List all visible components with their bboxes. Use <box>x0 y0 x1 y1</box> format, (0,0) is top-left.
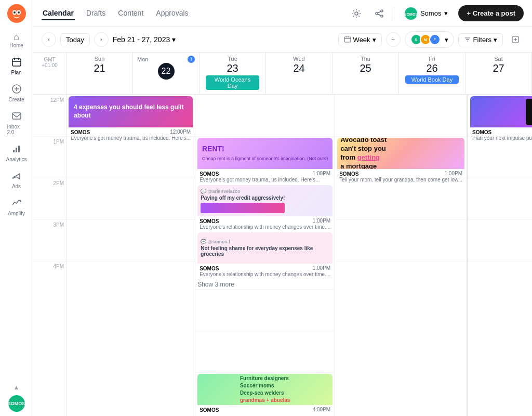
event-thumb-credit: 💬 @arienvelazco Paying off my credit agg… <box>197 185 332 216</box>
event-brand: SOMOS <box>200 171 219 177</box>
week-view-selector[interactable]: Week ▾ <box>338 33 382 46</box>
event-thumb-sun-12: 4 expenses you should feel less guilt ab… <box>69 96 193 127</box>
sidebar-bottom: ▲ SOMOS <box>8 384 25 412</box>
ads-icon <box>11 171 22 183</box>
event-brand: SOMOS <box>339 171 358 177</box>
event-info-rent: SOMOS 1:00PM Everyone's got money trauma… <box>197 169 332 184</box>
date-range-selector[interactable]: Feb 21 - 27, 2023 ▾ <box>113 35 176 44</box>
svg-rect-5 <box>12 59 21 66</box>
event-brand: SOMOS <box>200 407 219 413</box>
sidebar-collapse-icon[interactable]: ▲ <box>14 384 20 391</box>
today-button[interactable]: Today <box>60 33 90 46</box>
event-thumb-avocado: Avocado toastcan't stop youfrom gettinga… <box>337 138 464 169</box>
day-header-sat: Sat 27 <box>466 53 532 94</box>
share-button[interactable] <box>371 5 388 22</box>
event-mon-1pm-c[interactable]: 💬 @somos.f Not feeling shame for everyda… <box>197 232 332 279</box>
user-menu[interactable]: SOMOS Somos ▾ <box>401 5 452 22</box>
day-col-fri: 📱 SOMOS 12:00PM Plan your next impulse p… <box>468 95 532 416</box>
mon-4pm-cell: Furniture designersSoccer momsDeep-sea w… <box>195 372 335 414</box>
svg-line-21 <box>378 14 381 16</box>
tab-content[interactable]: Content <box>117 7 144 20</box>
settings-button[interactable] <box>348 5 365 22</box>
sidebar-item-ads[interactable]: Ads <box>3 167 30 192</box>
fri-12pm-cell: 📱 SOMOS 12:00PM Plan your next impulse p… <box>468 95 532 136</box>
calendar-toolbar: ‹ Today › Feb 21 - 27, 2023 ▾ Week ▾ + <box>33 27 532 53</box>
filters-button[interactable]: Filters ▾ <box>458 33 503 46</box>
mon-12pm-cell <box>195 95 335 136</box>
add-button[interactable]: + <box>386 32 401 47</box>
accounts-selector[interactable]: S M F ▾ <box>405 31 454 48</box>
sun-3pm-cell <box>66 219 195 261</box>
app-logo[interactable] <box>7 4 26 23</box>
mon-1pm-cell: RENT!Cheap rent is a figment of someone'… <box>195 136 335 289</box>
analytics-icon <box>11 144 22 155</box>
day-col-mon: RENT!Cheap rent is a figment of someone'… <box>195 95 335 416</box>
svg-text:SOMOS: SOMOS <box>405 12 417 16</box>
filters-dropdown-icon: ▾ <box>494 36 497 44</box>
time-grid: 12PM 1PM 2PM 3PM 4PM 4 expenses you shou… <box>33 95 532 416</box>
svg-point-19 <box>381 15 383 17</box>
event-thumb-rent: RENT!Cheap rent is a figment of someone'… <box>197 138 332 169</box>
week-dropdown-icon: ▾ <box>373 36 376 44</box>
nav-divider <box>394 7 394 20</box>
amplify-icon <box>11 198 22 210</box>
tab-approvals[interactable]: Approvals <box>155 7 189 20</box>
export-button[interactable] <box>507 31 524 48</box>
create-icon <box>11 84 22 96</box>
tab-drafts[interactable]: Drafts <box>85 7 107 20</box>
next-week-button[interactable]: › <box>94 32 109 47</box>
event-time: 4:00PM <box>313 407 330 412</box>
day-header-sun: Sun 21 <box>66 53 133 94</box>
sun-12pm-cell: 4 expenses you should feel less guilt ab… <box>66 95 195 136</box>
event-time: 1:00PM <box>313 218 330 224</box>
show-more-button[interactable]: Show 3 more <box>195 280 335 289</box>
event-desc: Everyone's got money trauma, us included… <box>200 177 330 183</box>
event-mon-1pm-b[interactable]: 💬 @arienvelazco Paying off my credit agg… <box>197 185 332 231</box>
svg-point-17 <box>381 10 383 12</box>
svg-rect-13 <box>13 150 15 152</box>
event-tue-1pm[interactable]: Avocado toastcan't stop youfrom gettinga… <box>337 138 464 184</box>
gmt-label: GMT +01:00 <box>33 53 66 94</box>
svg-rect-24 <box>344 37 351 42</box>
tab-calendar[interactable]: Calendar <box>42 7 75 20</box>
tue-1pm-cell: Avocado toastcan't stop youfrom gettinga… <box>335 136 467 178</box>
sidebar-item-analytics[interactable]: Analytics <box>3 140 30 165</box>
sidebar-item-home[interactable]: ⌂ Home <box>3 29 30 51</box>
sidebar-item-inbox[interactable]: Inbox 2.0 <box>3 108 30 138</box>
time-column: 12PM 1PM 2PM 3PM 4PM <box>33 95 66 416</box>
sidebar: ⌂ Home Plan Create <box>0 0 33 416</box>
user-avatar: SOMOS <box>405 7 417 20</box>
chevron-down-icon: ▾ <box>445 36 448 44</box>
tue-2pm-cell <box>335 178 467 219</box>
event-time: 1:00PM <box>445 171 462 176</box>
cal-toolbar-right: Week ▾ + S M F ▾ Filters <box>338 31 524 48</box>
time-2pm: 2PM <box>33 178 66 219</box>
event-sun-12pm[interactable]: 4 expenses you should feel less guilt ab… <box>69 96 193 142</box>
svg-rect-14 <box>16 148 17 152</box>
create-post-button[interactable]: + Create a post <box>458 5 524 21</box>
world-book-day-banner[interactable]: World Book Day <box>405 75 459 84</box>
event-info-credit: SOMOS 1:00PM Everyone's relationship wit… <box>197 216 332 231</box>
event-brand: SOMOS <box>472 129 491 135</box>
prev-week-button[interactable]: ‹ <box>42 32 56 47</box>
calendar-icon <box>344 36 351 43</box>
event-mon-1pm-a[interactable]: RENT!Cheap rent is a figment of someone'… <box>197 138 332 184</box>
sidebar-item-plan[interactable]: Plan <box>3 54 30 79</box>
event-fri-12pm[interactable]: 📱 SOMOS 12:00PM Plan your next impulse p… <box>470 96 532 142</box>
sidebar-user-avatar[interactable]: SOMOS <box>8 395 25 412</box>
tue-12pm-cell <box>335 95 467 136</box>
event-mon-4pm[interactable]: Furniture designersSoccer momsDeep-sea w… <box>197 374 332 414</box>
sidebar-item-create[interactable]: Create <box>3 81 30 106</box>
fri-1pm-cell <box>468 136 532 178</box>
event-brand: SOMOS <box>71 129 90 135</box>
day-header-wed: Wed 24 <box>266 53 332 94</box>
fri-4pm-cell <box>468 261 532 303</box>
svg-point-16 <box>355 12 358 15</box>
event-info-shame: SOMOS 1:00PM Everyone's relationship wit… <box>197 264 332 279</box>
day-headers-row: GMT +01:00 Sun 21 Mon i 22 Tue 23 <box>33 53 532 95</box>
world-oceans-day-banner[interactable]: World Oceans Day <box>206 75 259 90</box>
fri-3pm-cell <box>468 219 532 261</box>
event-time: 1:00PM <box>313 171 330 176</box>
time-3pm: 3PM <box>33 219 66 261</box>
sidebar-item-amplify[interactable]: Amplify <box>3 194 30 219</box>
